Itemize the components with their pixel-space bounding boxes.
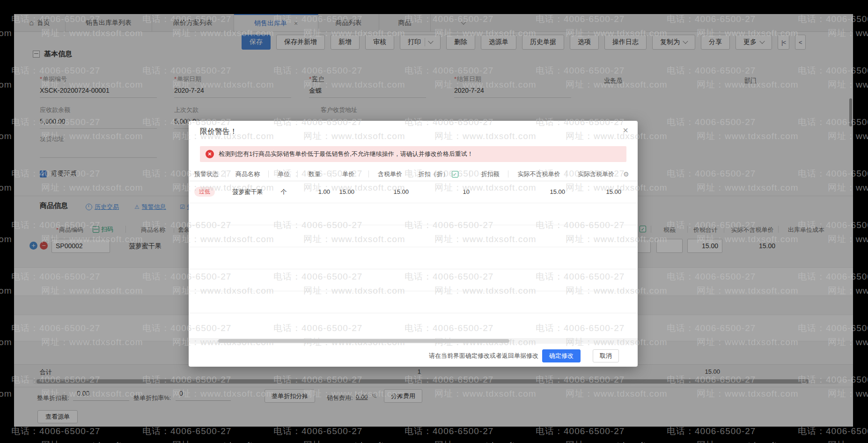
row-border (189, 247, 638, 247)
row-border (189, 269, 638, 269)
divider (470, 170, 470, 177)
cell-actual-with-tax: 15.00 (574, 181, 621, 203)
divider (410, 170, 410, 177)
cell-unit: 个 (271, 181, 296, 203)
col-price: 单价 (335, 168, 362, 181)
col-discount-amount: 折扣额 (475, 168, 505, 181)
col-warning-status: 预警状态 (191, 168, 221, 181)
error-message: 检测到您有1行商品实际销售单价低于最低销售价,不允许继续操作，请确认并修改价格后… (219, 150, 473, 158)
row-border (189, 291, 638, 291)
cell-price-with-tax: 15.00 (374, 181, 409, 203)
cell-price: 15.00 (324, 181, 354, 203)
row-border (189, 225, 638, 225)
cell-actual-no-tax: 15.00 (518, 181, 565, 203)
divider (268, 170, 269, 177)
col-discount: 折扣（折） ✓ (412, 168, 464, 181)
modal-scrollbar-thumb[interactable] (218, 339, 509, 343)
col-price-with-tax: 含税单价 (372, 168, 408, 181)
gear-icon[interactable]: ⚙ (623, 168, 629, 181)
cell-discount: 10 (432, 181, 470, 203)
divider (297, 170, 298, 177)
col-unit: 单位 (271, 168, 296, 181)
col-actual-with-tax: 实际含税单价 (573, 168, 619, 181)
divider (331, 170, 331, 177)
error-icon: × (206, 150, 214, 158)
dialog-title: 限价警告！ (200, 127, 237, 137)
close-icon[interactable]: × (623, 126, 628, 135)
footer-hint: 请在当前界面确定修改或者返回单据修改 (429, 352, 538, 360)
divider (508, 170, 508, 177)
cell-discount-amount (479, 181, 507, 203)
cancel-button[interactable]: 取消 (593, 349, 619, 362)
error-alert: × 检测到您有1行商品实际销售单价低于最低销售价,不允许继续操作，请确认并修改价… (200, 146, 626, 162)
divider (566, 170, 566, 177)
row-border (189, 203, 638, 203)
divider (225, 170, 226, 177)
status-badge: 过低 (194, 187, 215, 197)
col-actual-no-tax: 实际不含税单价 (514, 168, 564, 181)
divider (368, 170, 369, 177)
discount-checkbox-icon[interactable]: ✓ (452, 171, 458, 177)
col-qty: 数量 (300, 168, 329, 181)
col-product-name: 商品名称 (228, 168, 267, 181)
cell-product-name: 菠萝蜜干果 (228, 181, 267, 203)
dialog-footer: 请在当前界面确定修改或者返回单据修改 确定修改 取消 (189, 347, 638, 364)
confirm-modify-button[interactable]: 确定修改 (542, 349, 581, 362)
screen: ⌂ 首页 销售出库单列表 限价方案列表 销售出库单 × 商品列表 商品 (0, 0, 868, 443)
row-border (189, 313, 638, 313)
price-limit-warning-dialog: 限价警告！ × × 检测到您有1行商品实际销售单价低于最低销售价,不允许继续操作… (189, 121, 638, 367)
